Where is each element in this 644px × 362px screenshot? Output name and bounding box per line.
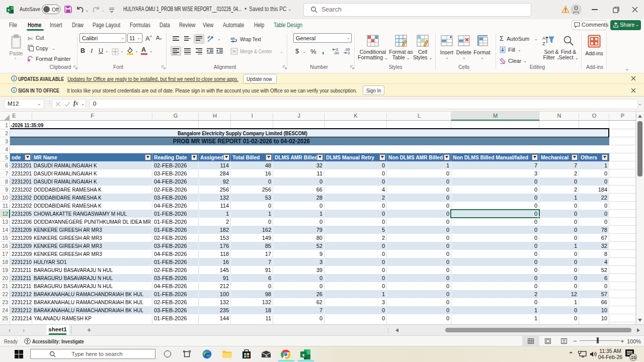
svg-text:x: x bbox=[8, 8, 10, 12]
svg-text:x: x bbox=[302, 352, 304, 357]
svg-text:ab: ab bbox=[230, 36, 235, 41]
svg-text:A: A bbox=[542, 36, 545, 41]
svg-text:.00: .00 bbox=[334, 51, 339, 55]
svg-text:0: 0 bbox=[348, 51, 350, 55]
svg-text:Z: Z bbox=[542, 41, 545, 46]
